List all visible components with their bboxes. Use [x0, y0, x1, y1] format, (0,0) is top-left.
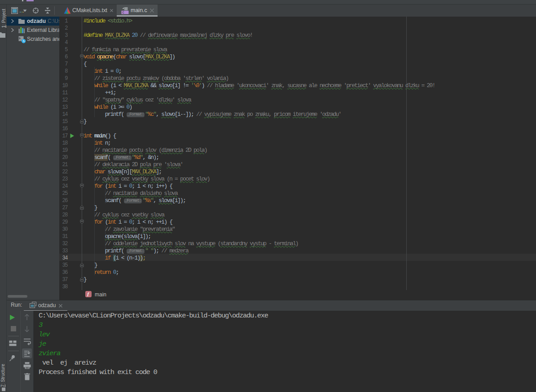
svg-text:c: c — [122, 10, 124, 14]
